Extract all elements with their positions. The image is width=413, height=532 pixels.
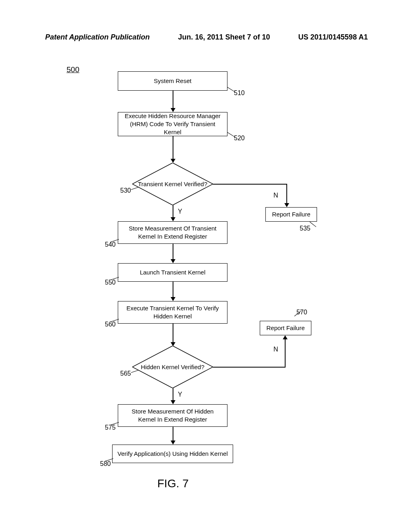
header-mid: Jun. 16, 2011 Sheet 7 of 10: [178, 33, 270, 42]
label-y-530: Y: [178, 208, 182, 215]
ref-580: 580: [100, 460, 111, 468]
figure-caption: FIG. 7: [157, 477, 189, 490]
box-store-measurement-transient: Store Measurement Of Transient Kernel In…: [118, 221, 227, 244]
box-system-reset: System Reset: [118, 71, 227, 91]
figure-number: 500: [67, 65, 79, 74]
box-execute-transient: Execute Transient Kernel To Verify Hidde…: [118, 301, 227, 324]
label-n-565: N: [273, 346, 278, 353]
arrowhead-575-580: [171, 441, 175, 445]
decision-530-text: Transient Kernel Verified?: [132, 163, 213, 205]
ref-565: 565: [120, 370, 131, 377]
ref-535: 535: [300, 225, 311, 232]
box-launch-transient: Launch Transient Kernel: [118, 263, 227, 282]
box-report-failure-570: Report Failure: [260, 321, 311, 335]
box-execute-hrm: Execute Hidden Resource Manager (HRM) Co…: [118, 112, 227, 136]
ref-560: 560: [105, 321, 116, 328]
arrow-510-520: [173, 91, 173, 109]
arrowhead-550-560: [171, 297, 175, 301]
arrow-560-565: [173, 324, 173, 343]
arrow-575-580: [173, 427, 173, 441]
arrowhead-510-520: [171, 108, 175, 112]
box-store-measurement-hidden: Store Measurement Of Hidden Kernel In Ex…: [118, 404, 227, 427]
header-right: US 2011/0145598 A1: [298, 33, 368, 42]
header-left: Patent Application Publication: [45, 33, 150, 42]
box-verify-applications: Verify Application(s) Using Hidden Kerne…: [112, 445, 233, 463]
arrowhead-565-570: [283, 335, 288, 339]
arrow-565-575: [173, 388, 173, 401]
ref-530: 530: [120, 187, 131, 194]
ref-550: 550: [105, 279, 116, 286]
arrow-565-no-v: [285, 339, 286, 368]
arrow-530-no-h: [213, 184, 286, 185]
arrowhead-520-530: [171, 159, 175, 163]
ref-line-535: [310, 222, 316, 227]
arrow-520-530: [173, 136, 173, 160]
ref-540: 540: [105, 241, 116, 248]
arrow-530-no-v: [286, 184, 287, 204]
ref-570: 570: [296, 309, 307, 316]
page-header: Patent Application Publication Jun. 16, …: [45, 33, 368, 42]
page: Patent Application Publication Jun. 16, …: [0, 0, 413, 532]
decision-565-text: Hidden Kernel Verified?: [132, 346, 213, 388]
label-y-565: Y: [178, 391, 182, 398]
ref-520: 520: [234, 135, 245, 142]
ref-510: 510: [234, 89, 245, 97]
arrow-540-550: [173, 244, 173, 260]
label-n-530: N: [273, 192, 278, 199]
arrow-565-no-h: [213, 367, 286, 368]
decision-transient-kernel-verified: Transient Kernel Verified?: [132, 163, 213, 205]
box-report-failure-535: Report Failure: [265, 207, 317, 222]
decision-hidden-kernel-verified: Hidden Kernel Verified?: [132, 346, 213, 388]
arrow-550-560: [173, 282, 173, 298]
arrowhead-540-550: [171, 259, 175, 263]
arrowhead-565-575: [171, 400, 175, 404]
arrowhead-530-540: [171, 217, 175, 221]
arrowhead-530-535: [284, 203, 289, 207]
ref-575: 575: [105, 424, 116, 431]
arrow-530-540: [173, 205, 173, 218]
